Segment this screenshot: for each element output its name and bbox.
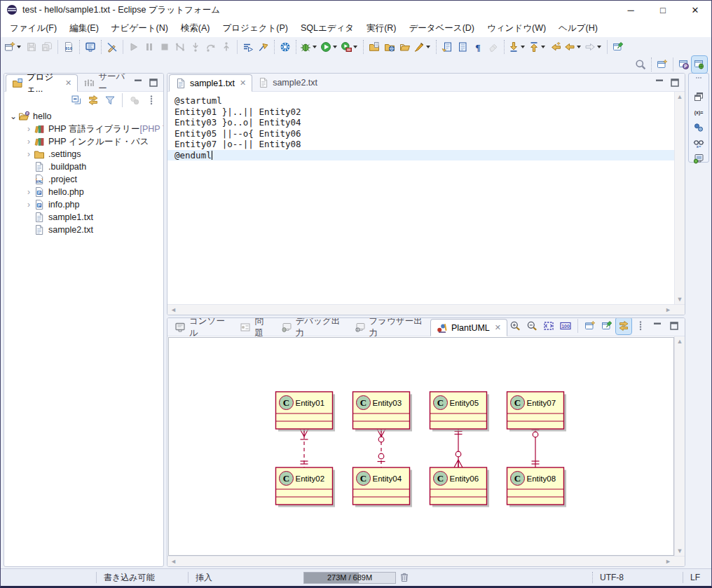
view-menu-button[interactable]: [144, 92, 159, 109]
run-button[interactable]: [320, 39, 340, 55]
mark-occurrences-button[interactable]: [104, 39, 120, 55]
save-all-button[interactable]: [39, 39, 55, 55]
menu-5[interactable]: プロジェクト(P): [217, 20, 294, 36]
menu-8[interactable]: データベース(D): [402, 20, 481, 36]
bookmarks-button[interactable]: [455, 39, 470, 55]
link-with-editor-button[interactable]: [616, 317, 631, 334]
dropdown-caret-icon[interactable]: [313, 46, 317, 48]
collapse-all-button[interactable]: [69, 92, 84, 109]
menu-9[interactable]: ウィンドウ(W): [481, 20, 552, 36]
php-web-button[interactable]: [278, 39, 293, 55]
expander-closed-icon[interactable]: ›: [24, 187, 34, 197]
working-sets-button[interactable]: [127, 92, 142, 109]
filter-button[interactable]: [102, 92, 118, 109]
open-web-browser-button[interactable]: [382, 39, 397, 55]
highlighter-button[interactable]: [413, 39, 433, 55]
tab-close-icon[interactable]: ✕: [240, 78, 246, 88]
show-next-statement-button[interactable]: [240, 39, 256, 55]
binary-editor-button[interactable]: 010: [61, 39, 76, 55]
editor-text-area[interactable]: @startumlEntity01 }|..|| Entity02Entity0…: [167, 92, 674, 304]
editor-horizontal-scrollbar[interactable]: ◄►: [167, 304, 674, 315]
editor-tab-sample1txt[interactable]: sample1.txt✕: [169, 74, 252, 92]
new-wizard-button[interactable]: [4, 39, 24, 55]
restore-views-button[interactable]: [691, 91, 706, 102]
view-menu-button[interactable]: [633, 317, 648, 334]
dropdown-caret-icon[interactable]: [541, 46, 545, 48]
perspective-php-button[interactable]: P: [676, 56, 692, 73]
menu-6[interactable]: SQLエディタ: [294, 20, 360, 36]
back-button[interactable]: [563, 39, 584, 55]
view-tab-[interactable]: プロジェ...✕: [6, 74, 78, 92]
diagram-horizontal-scrollbar[interactable]: ◄►: [167, 556, 674, 566]
diagram-vertical-scrollbar[interactable]: ▲▼: [674, 336, 685, 556]
view-tab-[interactable]: サーバー: [78, 74, 132, 91]
maximize-view-button[interactable]: [666, 317, 682, 334]
step-over-button[interactable]: [203, 39, 219, 55]
use-step-filters-button[interactable]: [256, 39, 271, 55]
tree-item-hello.php[interactable]: ›Phello.php: [4, 186, 163, 198]
copy-image-button[interactable]: [582, 317, 598, 334]
menu-4[interactable]: 検索(A): [174, 20, 217, 36]
console-tab-[interactable]: 問題: [234, 318, 275, 336]
tree-item-info.php[interactable]: ›Pinfo.php: [4, 198, 163, 211]
tree-item-.buildpath[interactable]: .buildpath: [4, 160, 163, 173]
dropdown-caret-icon[interactable]: [521, 46, 525, 48]
view-variables-button[interactable]: (x)=: [691, 107, 706, 118]
drag-handle-icon[interactable]: [693, 76, 704, 87]
open-folder-button[interactable]: [397, 39, 413, 55]
view-debug-io-button[interactable]: [691, 153, 706, 164]
save-button[interactable]: [24, 39, 39, 55]
console-tab-[interactable]: コンソール: [169, 318, 234, 336]
expander-closed-icon[interactable]: ›: [24, 124, 34, 134]
tree-item-php[interactable]: ›PHP 言語ライブラリー [PHP 7.3]: [4, 123, 163, 135]
editor-tab-sample2txt[interactable]: sample2.txt: [252, 74, 323, 91]
tree-item-.project[interactable]: XML.project: [4, 173, 163, 186]
menu-10[interactable]: ヘルプ(H): [552, 20, 604, 36]
menu-2[interactable]: 編集(E): [63, 20, 105, 36]
next-bookmark-button[interactable]: [439, 39, 455, 55]
dropdown-caret-icon[interactable]: [333, 46, 337, 48]
last-edit-location-button[interactable]: [548, 39, 563, 55]
tab-close-icon[interactable]: ✕: [65, 78, 71, 88]
tree-item-php[interactable]: ›PHP インクルード・パス: [4, 135, 163, 148]
disconnect-button[interactable]: [172, 39, 188, 55]
tree-item-sample2.txt[interactable]: sample2.txt: [4, 224, 163, 236]
zoom-in-button[interactable]: [507, 317, 523, 334]
console-tab-[interactable]: ブラウザー出力: [349, 318, 430, 336]
next-annotation-button[interactable]: [507, 39, 528, 55]
fit-page-button[interactable]: [541, 317, 556, 334]
minimize-view-button[interactable]: [132, 77, 144, 88]
expander-closed-icon[interactable]: ›: [24, 200, 34, 210]
open-file-button[interactable]: [367, 39, 382, 55]
close-button[interactable]: ✕: [679, 1, 711, 19]
view-breakpoints-button[interactable]: [691, 122, 706, 133]
forward-button[interactable]: [584, 39, 604, 55]
tree-item-sample1.txt[interactable]: sample1.txt: [4, 211, 163, 224]
dropdown-caret-icon[interactable]: [353, 46, 357, 48]
dropdown-caret-icon[interactable]: [577, 46, 581, 48]
dropdown-caret-icon[interactable]: [17, 46, 21, 48]
menu-7[interactable]: 実行(R): [360, 20, 402, 36]
suspend-button[interactable]: [142, 39, 157, 55]
minimize-button[interactable]: ─: [615, 1, 647, 19]
pin-view-button[interactable]: [599, 317, 615, 334]
step-into-button[interactable]: [188, 39, 203, 55]
minimize-view-button[interactable]: [650, 317, 665, 334]
run-garbage-collector-button[interactable]: [399, 572, 410, 583]
open-perspective-button[interactable]: [655, 56, 670, 73]
maximize-view-button[interactable]: [148, 77, 159, 88]
tree-item-hello[interactable]: ⌄Phello: [4, 110, 163, 123]
clear-button[interactable]: [486, 39, 501, 55]
console-tab-plantuml[interactable]: PlantUML✕: [430, 319, 507, 336]
editor-vertical-scrollbar[interactable]: ▲▼: [674, 92, 685, 304]
dropdown-caret-icon[interactable]: [426, 46, 430, 48]
maximize-view-button[interactable]: [669, 77, 680, 88]
search-button[interactable]: [633, 56, 648, 73]
open-console-button[interactable]: [83, 39, 98, 55]
pin-editor-button[interactable]: [610, 39, 626, 55]
external-tools-button[interactable]: [340, 39, 360, 55]
show-whitespace-button[interactable]: ¶: [470, 39, 486, 55]
menu-3[interactable]: ナビゲート(N): [105, 20, 174, 36]
debug-button[interactable]: [299, 39, 320, 55]
zoom-100-button[interactable]: 100: [558, 317, 573, 334]
